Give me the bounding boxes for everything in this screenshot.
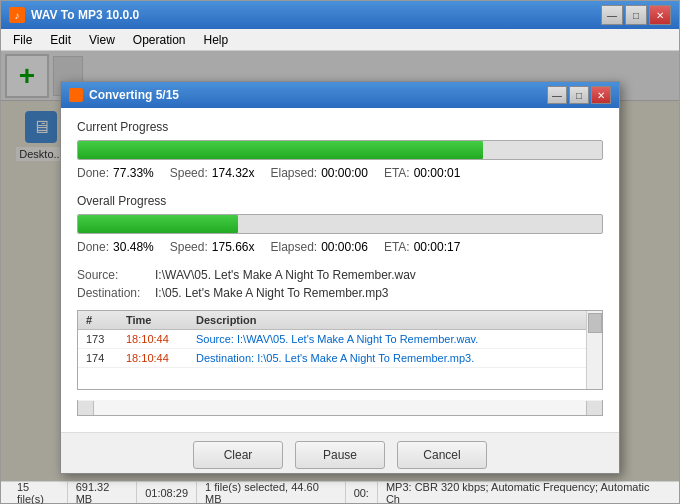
action-buttons-bar: Clear Pause Cancel [61,432,619,473]
hscroll-right-button[interactable] [586,401,602,415]
current-done-label: Done: [77,166,109,180]
current-speed-label: Speed: [170,166,208,180]
destination-row: Destination: I:\05. Let's Make A Night T… [77,286,603,300]
log-row: 174 18:10:44 Destination: I:\05. Let's M… [78,349,602,368]
status-extra: 00: [346,482,378,503]
modal-window-controls: — □ ✕ [547,86,611,104]
overall-done-value: 30.48% [113,240,154,254]
status-files-value: 15 file(s) [17,481,59,505]
clear-button[interactable]: Clear [193,441,283,469]
destination-value: I:\05. Let's Make A Night To Remember.mp… [155,286,389,300]
current-done-stat: Done: 77.33% [77,166,154,180]
file-info-section: Source: I:\WAV\05. Let's Make A Night To… [77,268,603,300]
status-size-value: 691.32 MB [76,481,129,505]
log-cell-desc-0: Source: I:\WAV\05. Let's Make A Night To… [192,332,598,346]
modal-icon [69,88,83,102]
status-duration-value: 01:08:29 [145,487,188,499]
log-horizontal-scrollbar[interactable] [77,400,603,416]
current-progress-bar-fill [78,141,483,159]
status-duration: 01:08:29 [137,482,197,503]
hscroll-left-button[interactable] [78,401,94,415]
log-cell-time-0: 18:10:44 [122,332,192,346]
log-vertical-scrollbar[interactable] [586,311,602,389]
current-eta-label: ETA: [384,166,410,180]
modal-maximize-button[interactable]: □ [569,86,589,104]
menu-view[interactable]: View [81,31,123,49]
scrollbar-thumb[interactable] [588,313,602,333]
overall-progress-section: Overall Progress Done: 30.48% Speed: [77,194,603,254]
modal-body: Current Progress Done: 77.33% Speed: [61,108,619,432]
modal-close-button[interactable]: ✕ [591,86,611,104]
current-elapsed-value: 00:00:00 [321,166,368,180]
menu-edit[interactable]: Edit [42,31,79,49]
modal-minimize-button[interactable]: — [547,86,567,104]
main-minimize-button[interactable]: — [601,5,623,25]
modal-titlebar: Converting 5/15 — □ ✕ [61,82,619,108]
overall-eta-value: 00:00:17 [414,240,461,254]
overall-done-label: Done: [77,240,109,254]
overall-elapsed-label: Elapsed: [270,240,317,254]
log-cell-time-1: 18:10:44 [122,351,192,365]
current-progress-label: Current Progress [77,120,603,134]
overall-progress-bar-fill [78,215,238,233]
log-col-time-header: Time [122,312,155,328]
overall-eta-label: ETA: [384,240,410,254]
log-col-desc-header: Description [192,312,261,328]
app-icon: ♪ [9,7,25,23]
overall-eta-stat: ETA: 00:00:17 [384,240,461,254]
main-close-button[interactable]: ✕ [649,5,671,25]
status-codec: MP3: CBR 320 kbps; Automatic Frequency; … [378,482,671,503]
log-table-header: # Time Description [78,311,602,330]
current-eta-stat: ETA: 00:00:01 [384,166,461,180]
log-table-container: # Time Description 17 [77,310,603,390]
overall-speed-stat: Speed: 175.66x [170,240,255,254]
source-row: Source: I:\WAV\05. Let's Make A Night To… [77,268,603,282]
overall-progress-label: Overall Progress [77,194,603,208]
pause-button[interactable]: Pause [295,441,385,469]
modal-title: Converting 5/15 [89,88,179,102]
current-speed-stat: Speed: 174.32x [170,166,255,180]
source-value: I:\WAV\05. Let's Make A Night To Remembe… [155,268,416,282]
app-title: WAV To MP3 10.0.0 [31,8,139,22]
modal-overlay: Converting 5/15 — □ ✕ Current Progress [1,51,679,481]
current-elapsed-stat: Elapsed: 00:00:00 [270,166,367,180]
log-row: 173 18:10:44 Source: I:\WAV\05. Let's Ma… [78,330,602,349]
status-files: 15 file(s) [9,482,68,503]
status-extra-value: 00: [354,487,369,499]
status-selected: 1 file(s) selected, 44.60 MB [197,482,346,503]
destination-label: Destination: [77,286,147,300]
overall-progress-bar-container [77,214,603,234]
menu-file[interactable]: File [5,31,40,49]
main-titlebar: ♪ WAV To MP3 10.0.0 — □ ✕ [1,1,679,29]
log-cell-num-1: 174 [82,351,122,365]
overall-speed-value: 175.66x [212,240,255,254]
cancel-button[interactable]: Cancel [397,441,487,469]
overall-speed-label: Speed: [170,240,208,254]
log-col-hash-header: # [82,312,96,328]
overall-elapsed-stat: Elapsed: 00:00:06 [270,240,367,254]
current-progress-bar-container [77,140,603,160]
source-label: Source: [77,268,147,282]
main-window: ♪ WAV To MP3 10.0.0 — □ ✕ File Edit View… [0,0,680,504]
menubar: File Edit View Operation Help [1,29,679,51]
current-speed-value: 174.32x [212,166,255,180]
log-cell-num-0: 173 [82,332,122,346]
current-eta-value: 00:00:01 [414,166,461,180]
current-done-value: 77.33% [113,166,154,180]
main-window-controls: — □ ✕ [601,5,671,25]
current-elapsed-label: Elapsed: [270,166,317,180]
overall-done-stat: Done: 30.48% [77,240,154,254]
main-titlebar-left: ♪ WAV To MP3 10.0.0 [9,7,139,23]
menu-operation[interactable]: Operation [125,31,194,49]
modal-titlebar-left: Converting 5/15 [69,88,179,102]
status-size: 691.32 MB [68,482,138,503]
overall-progress-stats: Done: 30.48% Speed: 175.66x Elapsed: 00:… [77,240,603,254]
log-rows[interactable]: 173 18:10:44 Source: I:\WAV\05. Let's Ma… [78,330,602,382]
status-selected-value: 1 file(s) selected, 44.60 MB [205,481,337,505]
converting-dialog: Converting 5/15 — □ ✕ Current Progress [60,81,620,474]
status-bar: 15 file(s) 691.32 MB 01:08:29 1 file(s) … [1,481,679,503]
menu-help[interactable]: Help [196,31,237,49]
log-cell-desc-1: Destination: I:\05. Let's Make A Night T… [192,351,598,365]
main-maximize-button[interactable]: □ [625,5,647,25]
hscroll-track [94,400,586,415]
